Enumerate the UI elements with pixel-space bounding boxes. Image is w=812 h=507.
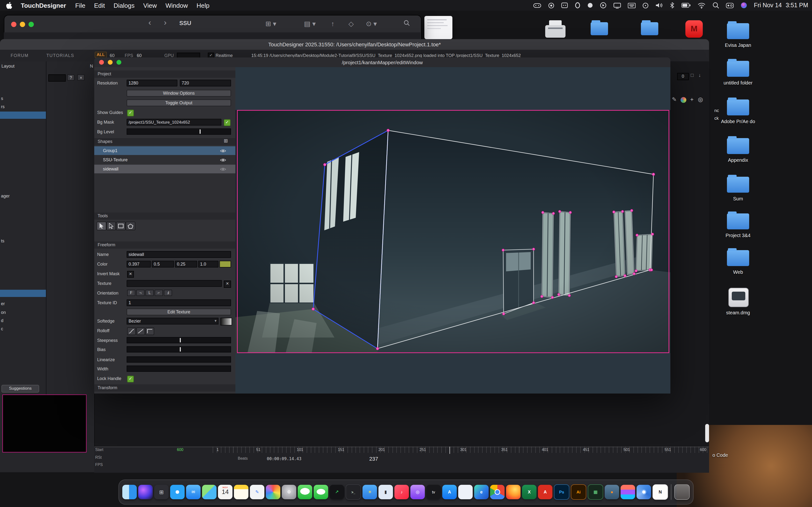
minimize-button[interactable]	[20, 22, 25, 27]
keypad-icon[interactable]	[561, 0, 568, 11]
menu-edit[interactable]: Edit	[90, 2, 109, 9]
spotlight-search-icon[interactable]	[712, 0, 719, 11]
palette-item-fragment[interactable]: on	[1, 310, 6, 315]
display-icon[interactable]	[613, 0, 621, 11]
dock-item-siri[interactable]	[138, 485, 153, 499]
visibility-icon[interactable]	[220, 149, 226, 153]
close-button[interactable]	[11, 22, 16, 27]
resolution-width-field[interactable]: 1280	[126, 80, 177, 87]
dock-item-tv[interactable]: tv	[426, 485, 441, 499]
orientation-button[interactable]: Ⅎ	[164, 290, 172, 296]
menu-window[interactable]: Window	[161, 2, 192, 9]
dock-item-system-settings[interactable]: ⚙	[282, 485, 296, 499]
desktop-folder[interactable]	[641, 22, 658, 35]
perf-all-badge[interactable]: ALL	[95, 52, 107, 58]
zoom-button[interactable]	[29, 22, 34, 27]
palette-item-fragment[interactable]: d	[1, 318, 3, 323]
timeline-end-value[interactable]: 600	[177, 448, 184, 452]
dock-item-chromium[interactable]	[637, 485, 651, 499]
help-button[interactable]: ?	[67, 74, 74, 80]
menu-file[interactable]: File	[71, 2, 90, 9]
list-view-icon[interactable]: ▤ ▾	[304, 20, 316, 27]
control-center-icon[interactable]	[726, 0, 734, 11]
minimize-button[interactable]	[108, 60, 113, 65]
tag-icon[interactable]: ◇	[349, 20, 354, 27]
dock-item-blender[interactable]: ●	[605, 485, 619, 499]
palette-icon[interactable]	[680, 97, 686, 103]
dock-item-chrome[interactable]	[490, 485, 505, 499]
siri-icon[interactable]	[741, 0, 747, 11]
palette-item-fragment[interactable]: er	[1, 301, 5, 306]
dock-item-touchdesigner[interactable]: ▦	[588, 484, 603, 500]
color-g-field[interactable]: 0.5	[152, 261, 174, 268]
dock-item-illustrator[interactable]: Ai	[571, 484, 586, 500]
vertex-tool[interactable]	[106, 222, 116, 230]
dock-item-freeform[interactable]: ✎	[250, 485, 264, 499]
section-tools[interactable]: Tools	[94, 213, 236, 220]
icon-view-icon[interactable]: ⊞ ▾	[265, 20, 276, 27]
menubar-clock[interactable]: Fri Nov 14 3:51 PM	[754, 2, 808, 9]
more-options-icon[interactable]: ⊙ ▾	[366, 20, 377, 27]
color-swatch[interactable]	[219, 261, 231, 268]
orientation-button[interactable]: F	[127, 290, 135, 296]
dock-item-safari[interactable]	[170, 485, 185, 499]
rectangle-tool[interactable]	[116, 222, 126, 230]
disc-icon[interactable]	[642, 0, 649, 11]
dock-item-music[interactable]: ♪	[394, 485, 409, 499]
back-icon[interactable]: ‹	[148, 18, 151, 27]
keyboard-icon[interactable]	[628, 0, 636, 11]
dock-item-acrobat[interactable]: A	[538, 485, 552, 499]
color-b-field[interactable]: 0.25	[175, 261, 197, 268]
select-tool[interactable]	[97, 222, 106, 230]
dock-item-excel[interactable]: X	[522, 485, 537, 499]
steepness-slider[interactable]	[126, 337, 231, 343]
menu-help[interactable]: Help	[192, 2, 214, 9]
dock-item-calendar[interactable]: NOV 14	[218, 485, 233, 499]
tab-tutorials[interactable]: TUTORIALS	[46, 53, 74, 58]
volume-icon[interactable]	[655, 0, 663, 11]
current-frame[interactable]: 237	[369, 456, 378, 462]
suggestions-button[interactable]: Suggestions	[1, 385, 39, 393]
color-a-field[interactable]: 1.0	[198, 261, 218, 268]
palette-item-fragment[interactable]: rs	[1, 104, 5, 109]
menu-dialogs[interactable]: Dialogs	[109, 2, 139, 9]
dock-item-edge[interactable]: e	[474, 485, 489, 499]
apple-menu-icon[interactable]	[0, 2, 16, 9]
edit-texture-button[interactable]: Edit Texture	[126, 308, 231, 315]
target-icon[interactable]: ◎	[698, 96, 703, 103]
bg-mask-field[interactable]: /project1/SSU_Texture_1024x652	[126, 119, 221, 125]
linearize-slider[interactable]	[126, 356, 231, 362]
palette-item-fragment[interactable]: ager	[1, 193, 10, 199]
mapping-canvas[interactable]	[236, 67, 670, 394]
red-app-icon[interactable]: M	[686, 20, 703, 38]
dock-item-terminal[interactable]: >_	[346, 484, 361, 500]
download-icon[interactable]: ↓	[698, 72, 701, 78]
bg-mask-checkbox[interactable]	[224, 119, 231, 126]
name-field[interactable]: sidewall	[126, 251, 231, 258]
visibility-icon[interactable]	[220, 167, 226, 171]
rolloff-linear-button[interactable]	[136, 327, 145, 335]
playhead[interactable]	[450, 447, 450, 454]
touchdesigner-titlebar[interactable]: TouchDesigner 2025.31550: /Users/chenyif…	[0, 39, 709, 50]
color-r-field[interactable]: 0.397	[126, 261, 151, 268]
panel-search-field[interactable]	[48, 74, 66, 81]
dock-item-photoshop[interactable]: Ps	[554, 484, 569, 500]
play-status-icon[interactable]	[600, 0, 607, 11]
freeform-tool[interactable]	[126, 222, 135, 230]
toggle-output-button[interactable]: Toggle Output	[126, 100, 231, 106]
show-guides-checkbox[interactable]	[127, 110, 134, 116]
window-icon[interactable]: □	[691, 72, 694, 78]
wifi-icon[interactable]	[698, 0, 706, 11]
document-window-fragment[interactable]	[424, 16, 452, 39]
section-project[interactable]: Project	[94, 70, 236, 78]
shape-row-sidewall[interactable]: sidewall	[94, 165, 236, 173]
palette-selected-row[interactable]	[0, 112, 46, 119]
dock-item-figma[interactable]	[621, 485, 635, 499]
dock-item-podcasts[interactable]: ◎	[410, 485, 425, 499]
dock-item-mail[interactable]: ✉	[186, 485, 201, 499]
dock-item-finder[interactable]	[122, 485, 137, 499]
pen-icon[interactable]: ✎	[672, 96, 677, 103]
battery-icon[interactable]	[681, 0, 691, 11]
close-button[interactable]	[99, 60, 104, 65]
lock-handle-checkbox[interactable]	[127, 376, 134, 382]
